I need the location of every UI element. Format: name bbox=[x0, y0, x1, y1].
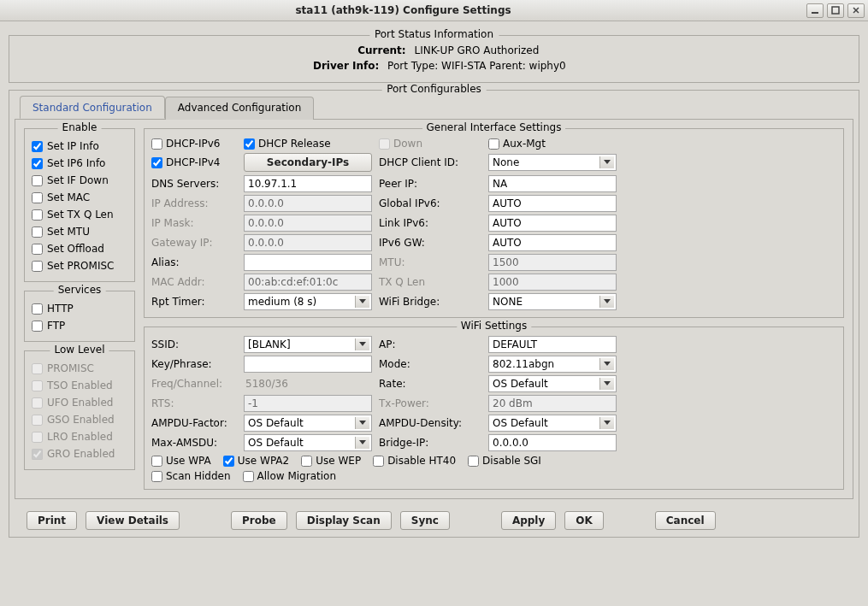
mtu-input bbox=[488, 254, 617, 271]
disable-sgi-checkbox[interactable]: Disable SGI bbox=[468, 455, 541, 467]
enable-item-set-mtu[interactable]: Set MTU bbox=[32, 223, 127, 240]
dns-input[interactable] bbox=[244, 175, 372, 192]
apply-button[interactable]: Apply bbox=[501, 511, 556, 530]
ssid-label: SSID: bbox=[151, 338, 237, 350]
checkbox[interactable] bbox=[32, 209, 43, 221]
lowlevel-item-gso-enabled: GSO Enabled bbox=[32, 411, 127, 428]
close-button[interactable] bbox=[847, 3, 865, 18]
scan-hidden-checkbox[interactable]: Scan Hidden bbox=[151, 470, 231, 482]
allow-migration-checkbox[interactable]: Allow Migration bbox=[243, 470, 336, 482]
checkbox-label: Set Offload bbox=[47, 241, 104, 256]
driver-info-label: Driver Info: bbox=[302, 58, 379, 74]
general-settings-title: General Interface Settings bbox=[422, 121, 566, 133]
key-input[interactable] bbox=[244, 356, 372, 373]
window-title: sta11 (ath9k-119) Configure Settings bbox=[3, 4, 803, 16]
link-ipv6-input[interactable] bbox=[488, 215, 617, 232]
disable-ht40-checkbox[interactable]: Disable HT40 bbox=[373, 455, 456, 467]
ampdu-density-select[interactable]: OS Default bbox=[488, 415, 617, 432]
ampdu-factor-select[interactable]: OS Default bbox=[244, 415, 372, 432]
aux-mgt-checkbox[interactable]: Aux-Mgt bbox=[488, 138, 617, 150]
maximize-button[interactable] bbox=[827, 3, 844, 18]
print-button[interactable]: Print bbox=[27, 511, 77, 530]
dhcp-ipv6-checkbox[interactable]: DHCP-IPv6 bbox=[151, 138, 237, 150]
txq-input bbox=[488, 274, 617, 291]
checkbox[interactable] bbox=[32, 192, 43, 203]
enable-item-set-ip6-info[interactable]: Set IP6 Info bbox=[32, 155, 127, 172]
cancel-button[interactable]: Cancel bbox=[655, 511, 716, 530]
general-settings-group: General Interface Settings DHCP-IPv6 DHC… bbox=[144, 128, 844, 318]
checkbox[interactable] bbox=[32, 141, 43, 152]
services-item-http[interactable]: HTTP bbox=[32, 300, 127, 317]
tab-advanced-configuration[interactable]: Advanced Configuration bbox=[165, 97, 314, 120]
ampdu-factor-label: AMPDU-Factor: bbox=[151, 417, 237, 429]
checkbox[interactable] bbox=[32, 303, 43, 315]
dhcp-release-checkbox[interactable]: DHCP Release bbox=[244, 138, 372, 150]
ssid-select[interactable]: [BLANK] bbox=[244, 336, 372, 353]
bridge-ip-input[interactable] bbox=[488, 434, 617, 451]
enable-item-set-mac[interactable]: Set MAC bbox=[32, 189, 127, 206]
link-ipv6-label: Link IPv6: bbox=[379, 217, 481, 229]
rpt-timer-select[interactable]: medium (8 s) bbox=[244, 293, 372, 310]
max-amsdu-select[interactable]: OS Default bbox=[244, 434, 372, 451]
view-details-button[interactable]: View Details bbox=[86, 511, 180, 530]
checkbox bbox=[32, 432, 43, 443]
sync-button[interactable]: Sync bbox=[400, 511, 450, 530]
rpt-timer-label: Rpt Timer: bbox=[151, 296, 237, 308]
probe-button[interactable]: Probe bbox=[231, 511, 287, 530]
port-status-group: Port Status Information Current: LINK-UP… bbox=[9, 35, 859, 83]
global-ipv6-label: Global IPv6: bbox=[379, 197, 481, 209]
button-bar: Print View Details Probe Display Scan Sy… bbox=[9, 501, 859, 537]
ampdu-density-label: AMPDU-Density: bbox=[379, 417, 481, 429]
enable-item-set-if-down[interactable]: Set IF Down bbox=[32, 172, 127, 189]
ip-address-input bbox=[244, 195, 372, 212]
mode-select[interactable]: 802.11abgn bbox=[488, 356, 617, 373]
dhcp-client-id-select[interactable]: None bbox=[488, 154, 617, 171]
port-configurables-title: Port Configurables bbox=[381, 83, 487, 95]
max-amsdu-label: Max-AMSDU: bbox=[151, 437, 237, 449]
wifi-settings-title: WiFi Settings bbox=[457, 320, 531, 332]
enable-item-set-ip-info[interactable]: Set IP Info bbox=[32, 138, 127, 155]
tab-bar: Standard Configuration Advanced Configur… bbox=[15, 96, 853, 120]
enable-item-set-promisc[interactable]: Set PROMISC bbox=[32, 257, 127, 274]
use-wpa2-checkbox[interactable]: Use WPA2 bbox=[223, 455, 289, 467]
checkbox[interactable] bbox=[32, 227, 43, 238]
checkbox-label: FTP bbox=[47, 318, 65, 333]
checkbox[interactable] bbox=[32, 244, 43, 255]
checkbox[interactable] bbox=[32, 175, 43, 186]
checkbox[interactable] bbox=[32, 321, 43, 332]
rts-label: RTS: bbox=[151, 397, 237, 409]
services-legend: Services bbox=[54, 284, 106, 296]
driver-info-value: Port Type: WIFI-STA Parent: wiphy0 bbox=[387, 58, 566, 74]
lowlevel-item-tso-enabled: TSO Enabled bbox=[32, 377, 127, 394]
wifi-bridge-select[interactable]: NONE bbox=[488, 293, 617, 310]
ap-input[interactable] bbox=[488, 336, 617, 353]
checkbox[interactable] bbox=[32, 158, 43, 169]
checkbox-label: Set PROMISC bbox=[47, 258, 114, 274]
port-configurables-group: Port Configurables Standard Configuratio… bbox=[9, 90, 859, 538]
dhcp-ipv4-checkbox[interactable]: DHCP-IPv4 bbox=[151, 156, 237, 168]
lowlevel-item-ufo-enabled: UFO Enabled bbox=[32, 394, 127, 411]
checkbox-label: Set TX Q Len bbox=[47, 207, 114, 222]
ok-button[interactable]: OK bbox=[564, 511, 604, 530]
use-wpa-checkbox[interactable]: Use WPA bbox=[151, 455, 211, 467]
tab-standard-configuration[interactable]: Standard Configuration bbox=[20, 96, 165, 119]
ipv6-gw-input[interactable] bbox=[488, 234, 617, 251]
global-ipv6-input[interactable] bbox=[488, 195, 617, 212]
alias-input[interactable] bbox=[244, 254, 372, 271]
secondary-ips-button[interactable]: Secondary-IPs bbox=[244, 153, 372, 172]
lowlevel-item-promisc: PROMISC bbox=[32, 360, 127, 377]
use-wep-checkbox[interactable]: Use WEP bbox=[301, 455, 361, 467]
checkbox[interactable] bbox=[32, 261, 43, 272]
minimize-button[interactable] bbox=[806, 3, 824, 18]
services-item-ftp[interactable]: FTP bbox=[32, 317, 127, 334]
svg-rect-0 bbox=[812, 12, 818, 14]
enable-item-set-tx-q-len[interactable]: Set TX Q Len bbox=[32, 206, 127, 223]
display-scan-button[interactable]: Display Scan bbox=[296, 511, 392, 530]
lowlevel-legend: Low Level bbox=[50, 344, 109, 356]
enable-item-set-offload[interactable]: Set Offload bbox=[32, 240, 127, 257]
lowlevel-group: Low Level PROMISCTSO EnabledUFO EnabledG… bbox=[24, 350, 135, 470]
lowlevel-item-gro-enabled: GRO Enabled bbox=[32, 445, 127, 462]
peer-ip-input[interactable] bbox=[488, 175, 617, 192]
checkbox bbox=[32, 363, 43, 374]
rate-select[interactable]: OS Default bbox=[488, 375, 617, 392]
